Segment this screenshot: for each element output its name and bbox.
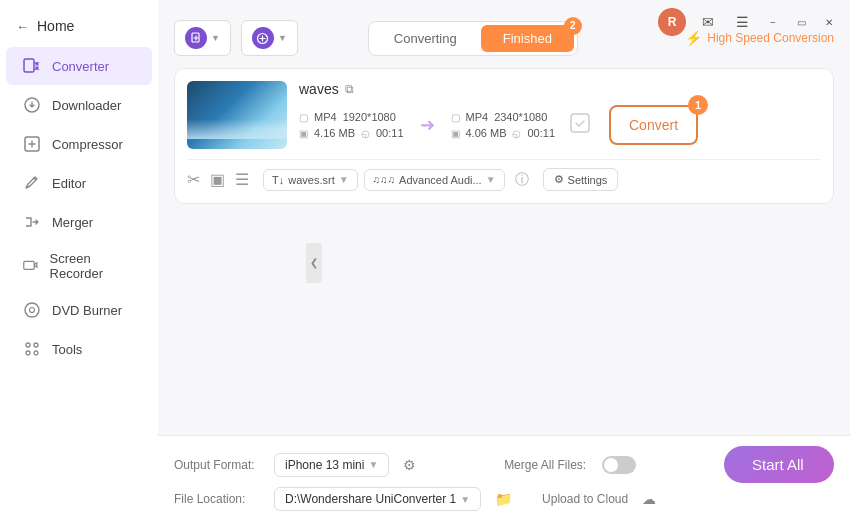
audio-dropdown-icon: ▼	[486, 174, 496, 185]
restore-button[interactable]: ▭	[792, 13, 810, 31]
settings-button[interactable]: ⚙ Settings	[543, 168, 619, 191]
file-location-label: File Location:	[174, 492, 264, 506]
file-location-select[interactable]: D:\Wondershare UniConverter 1 ▼	[274, 487, 481, 511]
user-avatar[interactable]: R	[658, 8, 686, 36]
subtitle-dropdown-icon: ▼	[339, 174, 349, 185]
sidebar-nav: Converter Downloader Compressor	[0, 46, 158, 369]
source-info: ▢ MP4 1920*1080 ▣ 4.16 MB ◵ 00:11	[299, 111, 404, 139]
target-resolution: 2340*1080	[494, 111, 547, 123]
menu-icon[interactable]: ☰	[730, 10, 754, 34]
add-file-dropdown-icon: ▼	[211, 33, 220, 43]
file-card: waves ⧉ ▢ MP4 1920*1080 ▣	[174, 68, 834, 204]
format-settings-icon[interactable]: ⚙	[403, 457, 416, 473]
audio-icon: ♫♫♫	[373, 174, 396, 185]
converter-label: Converter	[52, 59, 109, 74]
home-nav[interactable]: ← Home	[0, 10, 158, 42]
back-arrow-icon: ←	[16, 19, 29, 34]
subtitle-select[interactable]: T↓ waves.srt ▼	[263, 169, 358, 191]
start-all-button[interactable]: Start All	[724, 446, 834, 483]
info-icon[interactable]: ⓘ	[515, 171, 529, 189]
svg-point-9	[34, 351, 38, 355]
content-area: ▼ ▼ Converting Finished 2	[158, 10, 850, 435]
sidebar-item-editor[interactable]: Editor	[6, 164, 152, 202]
convert-button[interactable]: Convert	[609, 105, 698, 145]
source-duration: 00:11	[376, 127, 404, 139]
browse-folder-icon[interactable]: 📁	[495, 491, 512, 507]
output-format-select[interactable]: iPhone 13 mini ▼	[274, 453, 389, 477]
conversion-arrow-icon: ➜	[420, 114, 435, 136]
tab-bar: Converting Finished 2	[368, 21, 578, 56]
dvd-burner-icon	[22, 300, 42, 320]
minimize-button[interactable]: −	[764, 13, 782, 31]
merger-icon	[22, 212, 42, 232]
target-format-icon: ▢	[451, 112, 460, 123]
topbar: R ✉ ☰ − ▭ ✕	[646, 0, 850, 44]
sidebar-item-tools[interactable]: Tools	[6, 330, 152, 368]
crop-icon[interactable]: ▣	[210, 170, 225, 189]
settings-label: Settings	[568, 174, 608, 186]
sidebar-item-converter[interactable]: Converter	[6, 47, 152, 85]
tab-converting[interactable]: Converting	[372, 25, 479, 52]
file-info: waves ⧉ ▢ MP4 1920*1080 ▣	[299, 81, 821, 145]
add-file-icon	[185, 27, 207, 49]
upload-cloud-icon[interactable]: ☁	[642, 491, 656, 507]
file-thumbnail	[187, 81, 287, 149]
format-dropdown-icon: ▼	[368, 459, 378, 470]
sidebar-item-dvd-burner[interactable]: DVD Burner	[6, 291, 152, 329]
bottom-row-1: Output Format: iPhone 13 mini ▼ ⚙ Merge …	[174, 446, 834, 483]
location-dropdown-icon: ▼	[460, 494, 470, 505]
target-size: 4.06 MB	[466, 127, 507, 139]
converter-icon	[22, 56, 42, 76]
merge-toggle[interactable]	[602, 456, 636, 474]
scissors-icon[interactable]: ✂	[187, 170, 200, 189]
user-initial: R	[668, 15, 677, 29]
source-size-row: ▣ 4.16 MB ◵ 00:11	[299, 127, 404, 139]
file-card-top: waves ⧉ ▢ MP4 1920*1080 ▣	[187, 81, 821, 149]
sidebar-item-screen-recorder[interactable]: Screen Recorder	[6, 242, 152, 290]
file-card-bottom: ✂ ▣ ☰ T↓ waves.srt ▼ ♫♫♫ Advanced Audi..…	[187, 159, 821, 191]
main-content: R ✉ ☰ − ▭ ✕ ▼	[158, 0, 850, 525]
source-format-icon: ▢	[299, 112, 308, 123]
add-url-icon	[252, 27, 274, 49]
file-location-value: D:\Wondershare UniConverter 1	[285, 492, 456, 506]
source-resolution: 1920*1080	[343, 111, 396, 123]
svg-rect-0	[24, 59, 34, 72]
source-format: MP4	[314, 111, 337, 123]
audio-select[interactable]: ♫♫♫ Advanced Audi... ▼	[364, 169, 505, 191]
save-to-device-icon[interactable]	[569, 112, 591, 139]
sidebar: ← Home Converter Downloader	[0, 0, 158, 525]
close-button[interactable]: ✕	[820, 13, 838, 31]
compressor-label: Compressor	[52, 137, 123, 152]
tabs-container: Converting Finished 2	[368, 21, 578, 56]
convert-badge: 1	[688, 95, 708, 115]
tab-finished[interactable]: Finished	[481, 25, 574, 52]
external-link-icon[interactable]: ⧉	[345, 82, 354, 96]
target-format: MP4	[466, 111, 489, 123]
sidebar-item-merger[interactable]: Merger	[6, 203, 152, 241]
source-size: 4.16 MB	[314, 127, 355, 139]
target-time-icon: ◵	[512, 128, 521, 139]
audio-value: Advanced Audi...	[399, 174, 482, 186]
svg-rect-12	[571, 114, 589, 132]
target-format-row: ▢ MP4 2340*1080	[451, 111, 556, 123]
effects-icon[interactable]: ☰	[235, 170, 249, 189]
add-url-button[interactable]: ▼	[241, 20, 298, 56]
svg-rect-3	[24, 262, 35, 270]
settings-gear-icon: ⚙	[554, 173, 564, 186]
svg-point-6	[26, 343, 30, 347]
merger-label: Merger	[52, 215, 93, 230]
collapse-sidebar-button[interactable]: ❮	[306, 243, 322, 283]
sidebar-item-downloader[interactable]: Downloader	[6, 86, 152, 124]
editor-icon	[22, 173, 42, 193]
file-name-row: waves ⧉	[299, 81, 821, 97]
sidebar-item-compressor[interactable]: Compressor	[6, 125, 152, 163]
add-file-button[interactable]: ▼	[174, 20, 231, 56]
screen-recorder-icon	[22, 256, 40, 276]
notification-icon[interactable]: ✉	[696, 10, 720, 34]
merge-label: Merge All Files:	[504, 458, 586, 472]
tools-icon	[22, 339, 42, 359]
action-icons: ✂ ▣ ☰	[187, 170, 249, 189]
svg-point-7	[34, 343, 38, 347]
svg-point-8	[26, 351, 30, 355]
downloader-label: Downloader	[52, 98, 121, 113]
